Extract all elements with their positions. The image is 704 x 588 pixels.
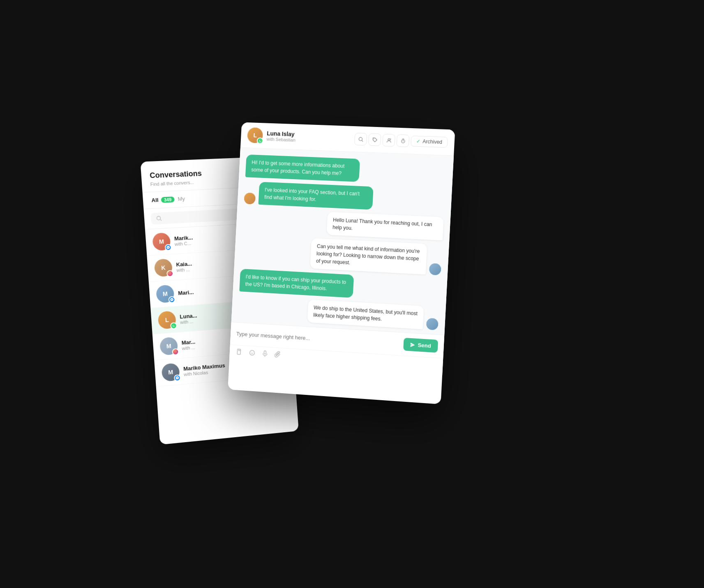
archived-label: Archived (422, 138, 442, 145)
message-bubble: I've looked into your FAQ section, but I… (258, 182, 373, 210)
assign-button[interactable] (382, 134, 395, 146)
file-icon[interactable] (235, 348, 242, 357)
emoji-icon[interactable] (249, 349, 256, 358)
chat-panel: L Luna Islay with Sebastian (228, 122, 455, 404)
avatar: M (155, 284, 174, 303)
tab-all[interactable]: All 349 (151, 196, 175, 203)
svg-rect-4 (174, 350, 177, 353)
svg-rect-15 (264, 350, 266, 354)
tab-all-badge: 349 (161, 196, 175, 203)
channel-badge-whatsapp (256, 137, 263, 144)
channel-badge-instagram (172, 348, 179, 355)
archived-button[interactable]: ✓ Archived (411, 136, 448, 148)
send-button[interactable]: Send (403, 337, 438, 352)
channel-badge-whatsapp (170, 322, 177, 329)
tab-my[interactable]: My (178, 195, 185, 202)
message-input[interactable] (236, 330, 399, 347)
svg-rect-1 (168, 272, 171, 275)
scene: Conversations Find all the convers... Al… (167, 109, 537, 479)
search-button[interactable] (354, 133, 367, 145)
svg-point-12 (249, 350, 254, 355)
mic-icon[interactable] (261, 350, 268, 359)
svg-point-7 (358, 137, 362, 140)
message-bubble: Hello Luna! Thank you for reaching out, … (326, 212, 443, 240)
avatar (244, 192, 256, 204)
avatar: K (154, 258, 173, 277)
svg-point-5 (175, 351, 176, 352)
message-row: I've looked into your FAQ section, but I… (244, 181, 445, 212)
chat-messages-area: Hi! I'd to get some more informations ab… (231, 148, 453, 334)
avatar: M (159, 337, 178, 355)
channel-badge-messenger (164, 244, 171, 251)
message-bubble: Can you tell me what kind of information… (310, 238, 427, 274)
chat-avatar-wrap: L (247, 127, 263, 143)
message-row: Can you tell me what kind of information… (240, 235, 442, 275)
avatar: M (152, 232, 171, 251)
svg-point-13 (251, 352, 252, 353)
channel-badge-messenger (168, 296, 175, 303)
tab-all-label: All (151, 197, 159, 203)
tag-button[interactable] (368, 133, 381, 146)
svg-point-9 (388, 138, 390, 141)
message-bubble: I'd like to know if you can ship your pr… (239, 268, 354, 297)
send-icon (410, 342, 415, 347)
message-bubble: We do ship to the United States, but you… (307, 299, 424, 329)
avatar (426, 318, 438, 330)
message-bubble: Hi! I'd to get some more informations ab… (245, 154, 360, 182)
avatar: L (157, 311, 176, 330)
channel-badge-instagram (166, 270, 173, 277)
attachment-icon[interactable] (274, 351, 281, 360)
svg-point-6 (176, 350, 176, 351)
avatar: M (161, 362, 180, 381)
svg-point-2 (169, 273, 171, 274)
message-row: Hello Luna! Thank you for reaching out, … (242, 208, 443, 240)
search-icon (156, 215, 162, 221)
svg-point-0 (157, 216, 161, 220)
send-label: Send (418, 342, 431, 349)
chat-contact-info: Luna Islay with Sebastian (266, 130, 351, 144)
avatar (429, 263, 441, 275)
chat-actions: ✓ Archived (354, 133, 448, 148)
svg-point-3 (171, 272, 171, 273)
channel-badge-messenger (173, 374, 180, 381)
timer-button[interactable] (396, 134, 409, 147)
svg-point-14 (252, 352, 253, 353)
message-row: Hi! I'd to get some more informations ab… (245, 154, 446, 185)
svg-point-8 (373, 138, 374, 139)
check-icon: ✓ (416, 138, 420, 144)
